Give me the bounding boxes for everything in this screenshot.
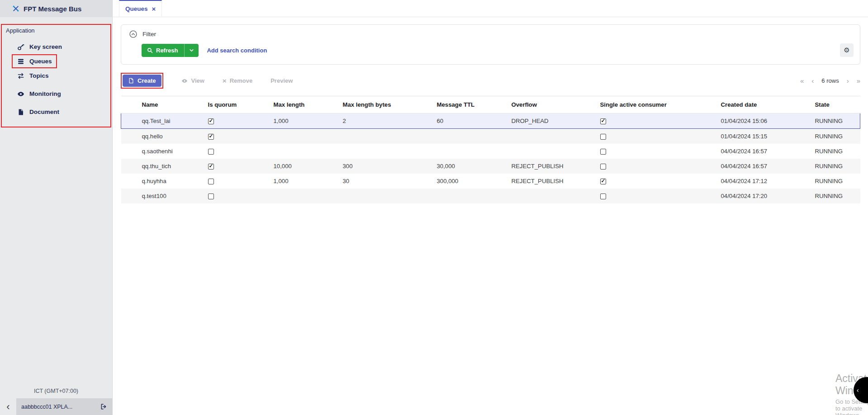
single-active-consumer-cell	[597, 144, 717, 159]
tab-queues[interactable]: Queues ×	[119, 0, 162, 17]
max-length-cell: 1,000	[270, 174, 339, 189]
column-header-single-active-consumer[interactable]: Single active consumer	[597, 96, 717, 113]
unchecked-checkbox-icon[interactable]	[208, 193, 214, 199]
state-cell: RUNNING	[811, 144, 860, 159]
first-page-icon[interactable]: «	[800, 77, 804, 84]
sidebar-item-key-screen[interactable]: Key screen	[12, 40, 67, 54]
column-header-state[interactable]: State	[811, 96, 860, 113]
user-account-bar[interactable]: aabbbccc01 XPLA...	[16, 398, 112, 415]
queues-table-body: qq.Test_lai1,000260DROP_HEAD01/04/2024 1…	[121, 113, 860, 204]
column-header-max-length-bytes[interactable]: Max length bytes	[339, 96, 433, 113]
created-date-cell: 04/04/2024 16:57	[717, 144, 811, 159]
max-length-bytes-cell: 30	[339, 174, 433, 189]
unchecked-checkbox-icon[interactable]	[600, 149, 606, 155]
sidebar-item-queues[interactable]: Queues	[12, 54, 57, 68]
table-row[interactable]: qq.thu_tich10,00030030,000REJECT_PUBLISH…	[121, 159, 860, 174]
tab-label: Queues	[125, 5, 148, 12]
state-cell: RUNNING	[811, 159, 860, 174]
tab-bar: Queues ×	[113, 0, 868, 17]
last-page-icon[interactable]: »	[857, 77, 860, 84]
collapse-panel-icon[interactable]	[129, 30, 137, 38]
remove-button[interactable]: × Remove	[223, 77, 252, 84]
content: Filter Refresh	[113, 17, 868, 203]
unchecked-checkbox-icon[interactable]	[600, 193, 606, 199]
remove-x-icon: ×	[223, 77, 227, 84]
is-quorum-cell	[204, 189, 270, 203]
gear-icon: ⚙	[844, 46, 849, 54]
max-length-bytes-cell	[339, 129, 433, 144]
sidebar-item-label: Topics	[29, 72, 49, 79]
table-row[interactable]: qq.Test_lai1,000260DROP_HEAD01/04/2024 1…	[121, 113, 860, 129]
unchecked-checkbox-icon[interactable]	[208, 179, 214, 184]
overflow-cell: REJECT_PUBLISH	[508, 174, 597, 189]
max-length-cell	[270, 144, 339, 159]
tab-close-icon[interactable]: ×	[152, 5, 156, 12]
user-name-label: aabbbccc01 XPLA...	[21, 404, 97, 410]
table-row[interactable]: q.huyhha1,00030300,000REJECT_PUBLISH04/0…	[121, 174, 860, 189]
created-date-cell: 04/04/2024 16:57	[717, 159, 811, 174]
monitoring-icon	[17, 90, 24, 98]
queue-name-cell: q.saothenhi	[138, 144, 204, 159]
table-header-row: Name Is quorum Max length Max length byt…	[121, 96, 860, 113]
sidebar-collapse-button[interactable]: ‹	[0, 398, 16, 415]
column-header-name[interactable]: Name	[138, 96, 204, 113]
refresh-button[interactable]: Refresh	[142, 44, 184, 57]
column-header-is-quorum[interactable]: Is quorum	[204, 96, 270, 113]
table-row[interactable]: qq.hello01/04/2024 15:15RUNNING	[121, 129, 860, 144]
app-logo-icon	[12, 5, 19, 13]
row-lead-cell	[121, 144, 138, 159]
sidebar-bottom-bar: ‹ aabbbccc01 XPLA...	[0, 398, 112, 415]
state-cell: RUNNING	[811, 189, 860, 203]
view-button[interactable]: View	[181, 77, 204, 84]
next-page-icon[interactable]: ›	[847, 77, 849, 84]
sidebar-item-monitoring[interactable]: Monitoring	[12, 87, 66, 101]
sidebar-annotation-box: Application Key screen Queues Topics	[1, 24, 111, 127]
table-row[interactable]: q.test10004/04/2024 17:20RUNNING	[121, 189, 860, 203]
message-ttl-cell: 60	[433, 113, 508, 129]
sidebar-item-document[interactable]: Document	[12, 105, 64, 119]
queues-table: Name Is quorum Max length Max length byt…	[121, 96, 860, 203]
new-document-icon	[128, 78, 134, 84]
sidebar-item-topics[interactable]: Topics	[12, 69, 54, 83]
column-header-created-date[interactable]: Created date	[717, 96, 811, 113]
queues-icon	[17, 57, 24, 65]
unchecked-checkbox-icon[interactable]	[600, 164, 606, 170]
refresh-label: Refresh	[156, 47, 178, 54]
remove-button-label: Remove	[230, 77, 253, 84]
queues-toolbar: Create View × Remove Preview	[121, 73, 860, 89]
floating-widget-button[interactable]: ‹	[854, 377, 868, 403]
filter-settings-button[interactable]: ⚙	[840, 43, 854, 57]
unchecked-checkbox-icon[interactable]	[208, 149, 214, 155]
queue-name-cell: qq.thu_tich	[138, 159, 204, 174]
unchecked-checkbox-icon[interactable]	[600, 134, 606, 140]
column-header-overflow[interactable]: Overflow	[508, 96, 597, 113]
checked-checkbox-icon[interactable]	[600, 179, 606, 184]
max-length-bytes-cell: 300	[339, 159, 433, 174]
filter-body: Refresh Add search condition ⚙	[121, 41, 860, 64]
rows-count-label: 6 rows	[821, 77, 839, 84]
checked-checkbox-icon[interactable]	[208, 134, 214, 140]
message-ttl-cell	[433, 129, 508, 144]
max-length-cell: 10,000	[270, 159, 339, 174]
sidebar-section-label: Application	[2, 26, 110, 39]
column-header-message-ttl[interactable]: Message TTL	[433, 96, 508, 113]
checked-checkbox-icon[interactable]	[208, 164, 214, 170]
checked-checkbox-icon[interactable]	[600, 118, 606, 124]
create-annotation-box: Create	[121, 73, 163, 89]
key-icon	[17, 43, 24, 51]
overflow-cell	[508, 144, 597, 159]
prev-page-icon[interactable]: ‹	[811, 77, 814, 84]
filter-header: Filter	[121, 25, 860, 41]
row-lead-cell	[121, 129, 138, 144]
logout-icon[interactable]	[100, 403, 107, 410]
create-button[interactable]: Create	[123, 75, 161, 87]
filter-title: Filter	[142, 31, 156, 38]
checked-checkbox-icon[interactable]	[208, 118, 214, 124]
refresh-dropdown-button[interactable]	[184, 44, 199, 57]
add-search-condition-link[interactable]: Add search condition	[207, 47, 267, 54]
preview-button[interactable]: Preview	[270, 77, 293, 84]
state-cell: RUNNING	[811, 113, 860, 129]
table-row[interactable]: q.saothenhi04/04/2024 16:57RUNNING	[121, 144, 860, 159]
created-date-cell: 01/04/2024 15:06	[717, 113, 811, 129]
column-header-max-length[interactable]: Max length	[270, 96, 339, 113]
